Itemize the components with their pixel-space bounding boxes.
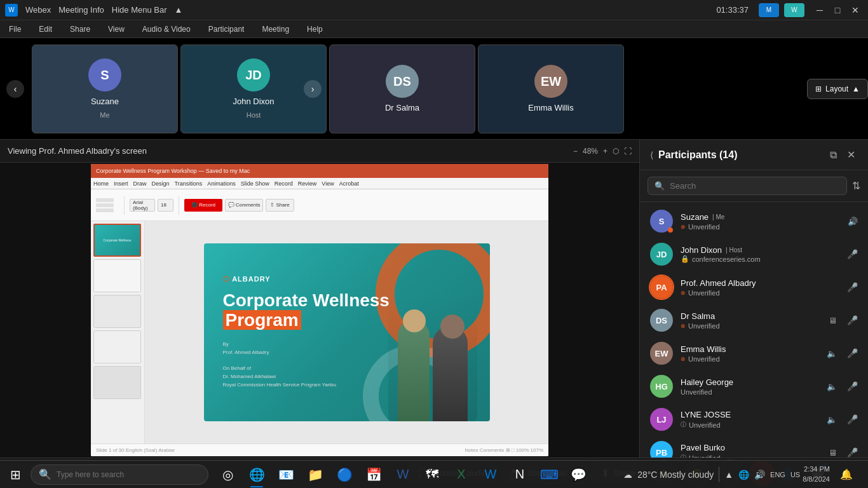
taskbar-search-box[interactable]: 🔍 (31, 464, 208, 485)
menu-share[interactable]: Share (66, 24, 94, 35)
maximize-button[interactable]: □ (830, 3, 845, 18)
strip-tile-suzane[interactable]: S Suzane Me (32, 44, 178, 133)
notion-icon: N (515, 467, 524, 482)
menu-audio-video[interactable]: Audio & Video (139, 24, 194, 35)
search-input[interactable] (670, 181, 840, 191)
webex-label[interactable]: Webex (25, 5, 51, 15)
ppt-tab-design[interactable]: Design (152, 180, 170, 187)
menu-edit[interactable]: Edit (35, 24, 56, 35)
strip-role-suzane: Me (100, 111, 109, 119)
slide-thumb-3[interactable] (93, 295, 141, 328)
ppt-toolbar: Arial (Body) 18 ⚫ Record 💬 Comments ⇧ Sh… (91, 189, 548, 221)
zoom-plus[interactable]: + (603, 147, 607, 156)
participant-row-emma[interactable]: EW Emma Willis ⊗ Unverified 🔈 🎤 (640, 337, 868, 370)
start-button[interactable]: ⊞ (0, 461, 31, 489)
meeting-info-label[interactable]: Meeting Info (58, 5, 104, 15)
ppt-tab-transitions[interactable]: Transitions (175, 180, 203, 187)
ppt-tab-draw[interactable]: Draw (133, 180, 147, 187)
participant-row-salma[interactable]: DS Dr Salma ⊗ Unverified 🖥 🎤 (640, 304, 868, 337)
audio-icon-lyne: 🔈 (827, 415, 837, 424)
minimize-button[interactable]: ─ (812, 3, 827, 18)
ppt-tab-record[interactable]: Record (275, 180, 293, 187)
status-row-emma: ⊗ Unverified (681, 355, 819, 363)
ppt-tab-view[interactable]: View (322, 180, 334, 187)
pop-out-icon[interactable]: ⧉ (827, 147, 839, 163)
taskbar-chrome[interactable]: 🔵 (330, 461, 358, 489)
participant-row-john[interactable]: JD John Dixon | Host 🔒 conferenceseries.… (640, 238, 868, 271)
slide-thumb-4[interactable] (93, 330, 141, 363)
participant-row-hailey[interactable]: HG Hailey George Unverified 🔈 🎤 (640, 370, 868, 403)
taskbar-excel[interactable]: X (447, 461, 475, 489)
participant-row-suzane[interactable]: S Suzane | Me ⊗ Unverified 🔊 (640, 205, 868, 238)
ppt-tab-review[interactable]: Review (298, 180, 317, 187)
participant-row-pavel[interactable]: PB Pavel Burko ⓘ Unverified 🖥 🎤 (640, 436, 868, 458)
taskbar-maps[interactable]: 🗺 (418, 461, 446, 489)
clock-display: 01:33:37 (716, 5, 749, 15)
participant-row-ahmed[interactable]: PA Prof. Ahmed Albadry ⊗ Unverified 🎤 (640, 271, 868, 304)
audio-icon-emma: 🔈 (827, 349, 837, 358)
slide-thumb-5[interactable] (93, 366, 141, 399)
sound-icon: 🔊 (754, 470, 765, 480)
ppt-body: Corporate Wellness (91, 221, 548, 444)
taskbar-cortana[interactable]: ◎ (214, 461, 241, 489)
ppt-tab-slideshow[interactable]: Slide Show (241, 180, 269, 187)
taskbar-edge[interactable]: 🌐 (243, 461, 271, 489)
close-button[interactable]: ✕ (848, 3, 863, 18)
strip-tile-salma[interactable]: DS Dr Salma (329, 44, 475, 133)
panel-close-icon[interactable]: ✕ (844, 146, 858, 163)
layout-button[interactable]: ⊞ Layout ▲ (807, 79, 868, 99)
status-row-pavel: ⓘ Unverified (681, 454, 821, 458)
ppt-tabs: Home Insert Draw Design Transitions Anim… (91, 178, 548, 189)
notification-center[interactable]: 🔔 (832, 461, 860, 489)
menu-file[interactable]: File (5, 24, 25, 35)
taskbar-search-icon: 🔍 (39, 468, 51, 480)
hide-menu-bar[interactable]: Hide Menu Bar (112, 5, 167, 15)
taskbar-word[interactable]: W (389, 461, 417, 489)
ppt-tab-acrobat[interactable]: Acrobat (339, 180, 359, 187)
divider (719, 467, 719, 482)
participant-row-lyne[interactable]: LJ LYNE JOSSE ⓘ Unverified 🔈 🎤 (640, 403, 868, 436)
strip-tile-emma[interactable]: EW Emma Willis (478, 44, 624, 133)
slide-thumb-1[interactable]: Corporate Wellness (93, 224, 141, 257)
menu-participant[interactable]: Participant (205, 24, 248, 35)
sort-icon[interactable]: ⇅ (852, 180, 860, 192)
taskbar-webex[interactable]: W (477, 461, 505, 489)
ppt-tab-insert[interactable]: Insert (114, 180, 128, 187)
collapse-icon[interactable]: ⟨ (650, 150, 653, 160)
ppt-tab-home[interactable]: Home (93, 180, 109, 187)
taskbar-calendar[interactable]: 📅 (360, 461, 388, 489)
title-bar-left: W Webex Meeting Info Hide Menu Bar ▲ (5, 4, 182, 17)
participant-avatar-pavel: PB (650, 441, 673, 458)
webex-taskbar-icon: W (485, 467, 497, 482)
status-text-salma: Unverified (688, 322, 720, 330)
slide-content: ⬡ ALBADRY Corporate Wellness Program By … (204, 243, 490, 421)
slides-panel: Corporate Wellness (91, 221, 145, 444)
cloud-icon: ☁ (623, 470, 632, 480)
menu-help[interactable]: Help (303, 24, 327, 35)
ppt-tab-animations[interactable]: Animations (207, 180, 236, 187)
taskbar-xcode[interactable]: ⌨ (535, 461, 563, 489)
taskbar-whatsapp[interactable]: 💬 (564, 461, 592, 489)
slide-thumb-2[interactable] (93, 259, 141, 292)
taskbar-clock[interactable]: 2:34 PM 8/8/2024 (803, 464, 830, 484)
taskbar-explorer[interactable]: 📁 (301, 461, 329, 489)
chevron-up-icon: ▲ (175, 5, 183, 15)
taskbar-notion[interactable]: N (506, 461, 534, 489)
strip-name-john: John Dixon (233, 97, 274, 106)
taskbar-outlook[interactable]: 📧 (272, 461, 300, 489)
menu-meeting[interactable]: Meeting (258, 24, 293, 35)
up-arrow-icon[interactable]: ▲ (724, 470, 733, 480)
menu-view[interactable]: View (104, 24, 128, 35)
avatar-icon-2: W (784, 3, 804, 17)
strip-nav-left[interactable]: ‹ (6, 80, 24, 98)
status-row: ⊗ Unverified (681, 223, 840, 231)
name-row-emma: Emma Willis (681, 344, 819, 354)
taskbar-search-input[interactable] (57, 470, 196, 479)
zoom-minus[interactable]: − (573, 147, 578, 156)
name-row-john: John Dixon | Host (681, 245, 839, 255)
strip-nav-right[interactable]: › (304, 80, 322, 98)
screen-share-bar: Viewing Prof. Ahmed Albadry's screen − 4… (0, 140, 639, 163)
title-bar: W Webex Meeting Info Hide Menu Bar ▲ 01:… (0, 0, 868, 20)
fullscreen-icon[interactable]: ⛶ (624, 147, 632, 156)
share-icon[interactable]: ⬡ (613, 147, 619, 156)
